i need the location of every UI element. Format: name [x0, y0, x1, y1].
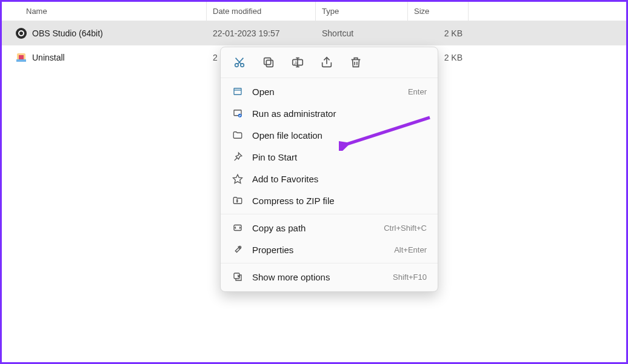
context-menu-quick-actions: A — [221, 47, 438, 78]
menu-shortcut: Alt+Enter — [394, 245, 427, 254]
svg-marker-21 — [233, 174, 242, 183]
more-options-icon — [232, 271, 244, 283]
menu-label: Pin to Start — [252, 152, 427, 162]
menu-separator — [221, 263, 438, 263]
svg-text:A: A — [295, 61, 298, 66]
file-size: 2 KB — [408, 21, 469, 45]
menu-pin-to-start[interactable]: Pin to Start — [221, 146, 438, 168]
copy-path-icon — [232, 222, 244, 234]
menu-shortcut: Shift+F10 — [393, 273, 427, 282]
menu-open-file-location[interactable]: Open file location — [221, 124, 438, 146]
star-icon — [232, 173, 244, 185]
menu-label: Add to Favorites — [252, 174, 427, 184]
menu-label: Properties — [252, 245, 386, 255]
menu-label: Compress to ZIP file — [252, 196, 427, 206]
menu-label: Copy as path — [252, 223, 375, 233]
header-date[interactable]: Date modified — [207, 2, 316, 21]
menu-run-as-admin[interactable]: Run as administrator — [221, 102, 438, 124]
open-icon — [232, 85, 244, 98]
delete-icon[interactable] — [349, 56, 362, 69]
menu-add-to-favorites[interactable]: Add to Favorites — [221, 168, 438, 190]
folder-icon — [232, 129, 244, 141]
menu-shortcut: Ctrl+Shift+C — [384, 223, 427, 233]
obs-icon — [15, 27, 27, 39]
column-headers: Name Date modified Type Size — [2, 2, 626, 21]
rename-icon[interactable]: A — [291, 56, 304, 69]
file-name: OBS Studio (64bit) — [32, 28, 103, 38]
svg-rect-10 — [266, 60, 273, 67]
file-type: Shortcut — [316, 21, 408, 45]
uninstall-icon — [15, 51, 27, 64]
header-size[interactable]: Size — [408, 2, 469, 21]
svg-rect-17 — [234, 88, 241, 95]
file-date: 22-01-2023 19:57 — [207, 21, 316, 45]
pin-icon — [232, 151, 244, 163]
svg-rect-5 — [16, 59, 26, 62]
zip-icon — [232, 194, 244, 207]
copy-icon[interactable] — [262, 56, 275, 69]
file-name: Uninstall — [32, 53, 65, 62]
svg-point-2 — [19, 31, 23, 35]
menu-label: Show more options — [252, 272, 384, 282]
menu-separator — [221, 214, 438, 214]
svg-rect-4 — [19, 55, 24, 60]
menu-label: Run as administrator — [252, 108, 427, 119]
header-type[interactable]: Type — [316, 2, 408, 21]
menu-shortcut: Enter — [408, 87, 427, 96]
menu-copy-as-path[interactable]: Copy as path Ctrl+Shift+C — [221, 217, 438, 239]
cut-icon[interactable] — [233, 56, 246, 69]
shield-admin-icon — [232, 107, 244, 119]
wrench-icon — [232, 243, 244, 256]
menu-compress-zip[interactable]: Compress to ZIP file — [221, 190, 438, 211]
header-name[interactable]: Name — [2, 2, 207, 21]
context-menu: A Open Enter Run as administrator Op — [220, 47, 438, 292]
table-row[interactable]: OBS Studio (64bit) 22-01-2023 19:57 Shor… — [2, 21, 626, 45]
menu-label: Open file location — [252, 130, 427, 141]
menu-open[interactable]: Open Enter — [221, 81, 438, 102]
share-icon[interactable] — [320, 56, 333, 69]
menu-properties[interactable]: Properties Alt+Enter — [221, 239, 438, 260]
menu-label: Open — [252, 87, 399, 97]
menu-show-more-options[interactable]: Show more options Shift+F10 — [221, 266, 438, 288]
svg-rect-11 — [264, 58, 271, 65]
